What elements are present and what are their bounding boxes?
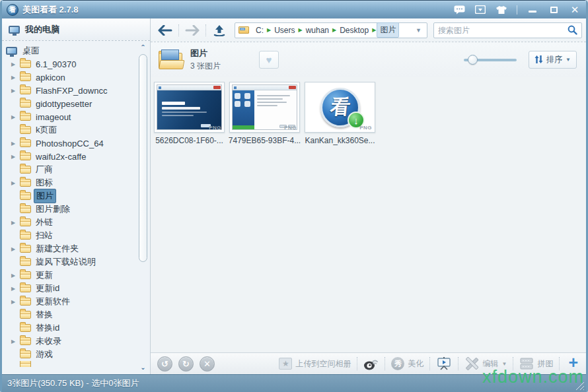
add-button[interactable]: + bbox=[566, 354, 581, 373]
tree-item[interactable]: 厂商 bbox=[2, 163, 137, 176]
tree-item[interactable]: 游戏 bbox=[2, 348, 137, 361]
tree-item[interactable] bbox=[2, 361, 137, 367]
thumbnail-item[interactable]: PNG7479EB65-93BF-4... bbox=[229, 82, 300, 145]
tree-item[interactable]: ▶imageout bbox=[2, 110, 137, 123]
current-folder-icon bbox=[159, 49, 184, 69]
thumbnail-item[interactable]: 看↓PNGKanKan_kk360Se... bbox=[305, 82, 375, 145]
rotate-left-button[interactable]: ↺ bbox=[157, 356, 172, 372]
tree-item[interactable]: ▶新建文件夹 bbox=[2, 242, 137, 255]
expand-arrow-icon[interactable]: ▶ bbox=[11, 220, 20, 226]
forward-button[interactable] bbox=[183, 22, 202, 39]
expand-arrow-icon[interactable]: ▶ bbox=[11, 286, 20, 292]
sidebar-scrollbar[interactable]: ⌃ ⌄ bbox=[137, 42, 149, 372]
tree-item[interactable]: ▶未收录 bbox=[2, 335, 137, 348]
tree-item[interactable]: 旋风下载站说明 bbox=[2, 255, 137, 269]
search-box[interactable] bbox=[433, 22, 582, 38]
tree-item[interactable]: 扫站 bbox=[2, 229, 137, 242]
tree-item[interactable]: 图片 bbox=[2, 189, 137, 203]
expand-arrow-icon[interactable]: ▶ bbox=[11, 88, 20, 94]
app-title: 美图看看 2.7.8 bbox=[22, 4, 79, 16]
maximize-button[interactable] bbox=[548, 5, 560, 15]
folder-icon bbox=[20, 86, 31, 94]
tree-item[interactable]: k页面 bbox=[2, 123, 137, 137]
tree-item[interactable]: ▶更新 bbox=[2, 269, 137, 282]
expand-arrow-icon[interactable]: ▶ bbox=[11, 273, 20, 278]
sidebar: 我的电脑 桌面 ▶6.1_90370▶apkicon▶FlashFXP_down… bbox=[2, 18, 151, 374]
folder-icon bbox=[20, 218, 31, 226]
folder-icon bbox=[20, 311, 31, 319]
scroll-down-icon[interactable]: ⌄ bbox=[137, 362, 149, 372]
message-icon[interactable] bbox=[453, 5, 465, 15]
tree-item[interactable]: ▶外链 bbox=[2, 216, 137, 229]
weibo-share-button[interactable] bbox=[363, 358, 379, 370]
tree-item-desktop[interactable]: 桌面 bbox=[2, 44, 137, 57]
breadcrumb-item[interactable]: 图片 bbox=[377, 22, 399, 38]
toolbar-separator bbox=[178, 24, 179, 36]
folder-icon bbox=[20, 166, 31, 174]
thumbnail-image[interactable]: 看↓PNG bbox=[305, 82, 375, 133]
tree-item[interactable]: ▶更新软件 bbox=[2, 295, 137, 308]
scroll-up-icon[interactable]: ⌃ bbox=[137, 42, 149, 51]
search-input[interactable] bbox=[438, 26, 568, 35]
sort-button[interactable]: 排序 ▼ bbox=[529, 51, 577, 69]
minimize-button[interactable] bbox=[527, 5, 538, 15]
tree-item[interactable]: ▶更新id bbox=[2, 282, 137, 295]
scrollbar-thumb[interactable] bbox=[139, 54, 147, 262]
delete-button[interactable]: ✕ bbox=[200, 356, 215, 372]
tree-item[interactable]: ▶6.1_90370 bbox=[2, 57, 137, 71]
slideshow-button[interactable] bbox=[436, 357, 452, 370]
popup-icon[interactable] bbox=[474, 5, 486, 15]
up-button[interactable] bbox=[210, 22, 229, 39]
expand-arrow-icon[interactable]: ▶ bbox=[11, 141, 20, 147]
format-badge: PNG bbox=[209, 125, 221, 131]
thumbnail-size-slider[interactable] bbox=[464, 55, 517, 64]
beautify-button[interactable]: 秀 美化 bbox=[391, 357, 423, 370]
tree-item[interactable]: ▶图标 bbox=[2, 176, 137, 189]
slider-knob[interactable] bbox=[468, 55, 478, 65]
breadcrumb[interactable]: C:▶Users▶wuhan▶Desktop▶图片 ▼ bbox=[235, 22, 427, 38]
thumbnail-item[interactable]: PNG5626DC08-1F60-... bbox=[154, 82, 225, 145]
close-button[interactable]: ✕ bbox=[569, 5, 581, 15]
resize-grip[interactable] bbox=[575, 381, 584, 390]
thumbnail-image[interactable]: PNG bbox=[229, 82, 300, 133]
tree-item[interactable]: ▶apkicon bbox=[2, 71, 137, 84]
breadcrumb-item[interactable]: Desktop bbox=[337, 24, 371, 36]
tree-item[interactable]: 替换id bbox=[2, 321, 137, 335]
expand-arrow-icon[interactable]: ▶ bbox=[11, 299, 20, 305]
tree-item[interactable]: gidottypesetter bbox=[2, 97, 137, 110]
skin-icon[interactable] bbox=[496, 5, 507, 15]
folder-icon bbox=[20, 298, 31, 306]
breadcrumb-item[interactable]: wuhan bbox=[303, 24, 332, 36]
breadcrumb-dropdown-icon[interactable]: ▼ bbox=[413, 27, 424, 34]
expand-arrow-icon[interactable]: ▶ bbox=[11, 75, 20, 81]
breadcrumb-item[interactable]: Users bbox=[272, 24, 297, 36]
thumbnail-image[interactable]: PNG bbox=[154, 82, 225, 133]
edit-button[interactable]: 编辑 ▼ bbox=[464, 357, 507, 370]
favorite-button[interactable]: ♥ bbox=[259, 51, 279, 69]
expand-arrow-icon[interactable]: ▶ bbox=[11, 180, 20, 186]
sort-caret-icon: ▼ bbox=[566, 57, 571, 63]
upload-qzone-button[interactable]: ★ 上传到空间相册 bbox=[279, 358, 351, 370]
folder-icon bbox=[20, 205, 31, 213]
expand-arrow-icon[interactable]: ▶ bbox=[11, 114, 20, 120]
titlebar-separator bbox=[517, 5, 517, 15]
search-icon[interactable] bbox=[568, 25, 577, 35]
tree-item[interactable]: ▶waifu2x-caffe bbox=[2, 150, 137, 163]
expand-arrow-icon[interactable]: ▶ bbox=[11, 61, 20, 67]
back-button[interactable] bbox=[156, 22, 174, 39]
expand-arrow-icon[interactable]: ▶ bbox=[11, 339, 20, 344]
tree-item[interactable]: ▶FlashFXP_downcc bbox=[2, 84, 137, 97]
thumbnail-filename[interactable]: 5626DC08-1F60-... bbox=[155, 136, 223, 145]
thumbnail-filename[interactable]: 7479EB65-93BF-4... bbox=[229, 136, 301, 145]
thumbnail-filename[interactable]: KanKan_kk360Se... bbox=[305, 136, 375, 145]
rotate-right-button[interactable]: ↻ bbox=[178, 356, 194, 372]
my-computer-header[interactable]: 我的电脑 bbox=[2, 18, 150, 41]
tree-item[interactable]: 替换 bbox=[2, 308, 137, 321]
expand-arrow-icon[interactable]: ▶ bbox=[11, 154, 20, 160]
tree-item[interactable]: 图片删除 bbox=[2, 203, 137, 216]
breadcrumb-item[interactable]: C: bbox=[253, 24, 266, 36]
collage-button[interactable]: 拼图 bbox=[519, 358, 553, 370]
tree-item[interactable]: ▶PhotoshopCC_64 bbox=[2, 137, 137, 150]
expand-arrow-icon[interactable]: ▶ bbox=[11, 246, 20, 252]
weibo-icon bbox=[363, 358, 379, 370]
